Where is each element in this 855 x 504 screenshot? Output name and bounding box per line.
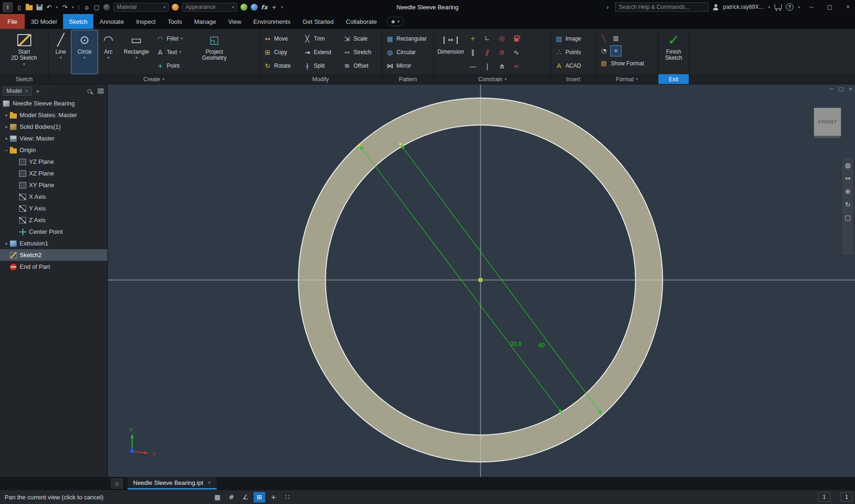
- finish-sketch-button[interactable]: ✓ Finish Sketch: [660, 30, 687, 74]
- close-icon[interactable]: ×: [25, 89, 28, 94]
- symmetric-constraint-icon[interactable]: ⋔: [495, 59, 509, 73]
- browser-item-model-states-master[interactable]: +Model States: Master: [0, 109, 107, 121]
- browser-item-yz-plane[interactable]: YZ Plane: [0, 156, 107, 168]
- app-menu-icon[interactable]: I: [3, 2, 13, 12]
- doc-close-icon[interactable]: ×: [848, 86, 853, 92]
- show-format-button[interactable]: ▤ Show Format: [597, 57, 645, 70]
- snap-grid-icon[interactable]: #: [226, 492, 237, 503]
- parameters-fx-icon[interactable]: fx: [261, 4, 268, 11]
- tool-arc-button[interactable]: ◠Arc▾: [98, 30, 119, 74]
- tab-sketch[interactable]: Sketch: [63, 14, 94, 29]
- tool-copy-button[interactable]: ⊞Copy: [261, 45, 301, 59]
- open-folder-icon[interactable]: [26, 4, 33, 10]
- fix-constraint-icon[interactable]: [509, 31, 523, 45]
- browser-item-xy-plane[interactable]: XY Plane: [0, 179, 107, 191]
- parallel-constraint-icon[interactable]: ∥: [478, 43, 496, 61]
- concentric-constraint-icon[interactable]: ◎: [495, 31, 509, 45]
- smooth-constraint-icon[interactable]: ∿: [509, 45, 523, 59]
- driven-dimension-icon[interactable]: ╲: [599, 33, 609, 43]
- browser-item-x-axis[interactable]: X Axis: [0, 191, 107, 203]
- project-geometry-button[interactable]: ◱ Project Geometry: [195, 30, 234, 74]
- tool-split-button[interactable]: ∤Split: [301, 59, 340, 72]
- browser-item-y-axis[interactable]: Y Axis: [0, 203, 107, 214]
- hamburger-menu-icon[interactable]: [98, 89, 104, 93]
- tab-environments[interactable]: Environments: [247, 14, 297, 29]
- tool-circle-button[interactable]: ⊙Circle▾: [71, 30, 98, 74]
- panel-expand-icon[interactable]: ›: [604, 4, 611, 11]
- browser-item-center-point[interactable]: Center Point: [0, 226, 107, 238]
- tool-offset-button[interactable]: ≋Offset: [340, 59, 380, 72]
- browser-item-xz-plane[interactable]: XZ Plane: [0, 168, 107, 179]
- browser-item-solid-bodies-1[interactable]: +Solid Bodies(1): [0, 121, 107, 133]
- browser-item-sketch2[interactable]: Sketch2: [0, 249, 107, 261]
- tool-text-button[interactable]: AText▾: [154, 45, 195, 59]
- tab-tools[interactable]: Tools: [162, 14, 188, 29]
- tool-mirror-button[interactable]: ⋈Mirror: [383, 59, 429, 72]
- sketch-only-icon[interactable]: ◔: [599, 46, 609, 56]
- vertical-constraint-icon[interactable]: |: [480, 59, 495, 73]
- tool-rotate-button[interactable]: ↻Rotate: [261, 59, 301, 72]
- browser-item-extrusion1[interactable]: +Extrusion1: [0, 238, 107, 249]
- group-label-format[interactable]: Format▾: [596, 74, 658, 84]
- minimize-button[interactable]: ─: [805, 0, 819, 14]
- tool-scale-button[interactable]: ⇲Scale: [340, 32, 380, 45]
- material-adjust-icon[interactable]: [251, 4, 258, 11]
- grid-display-icon[interactable]: ▦: [212, 492, 223, 503]
- appearance-select[interactable]: Appearance ▾: [182, 3, 237, 12]
- angle-readout-icon[interactable]: ∠: [240, 492, 251, 503]
- viewport[interactable]: 33,8 40 Y X FRONT ◍↔⊕↻▢ ─▢×: [108, 84, 855, 477]
- slice-graphics-icon[interactable]: ⊞: [254, 492, 265, 503]
- sketch-scene[interactable]: 33,8 40 Y X: [108, 84, 855, 477]
- tool-rectangle-button[interactable]: ▭Rectangle▾: [119, 30, 154, 74]
- new-file-icon[interactable]: ▯: [16, 4, 22, 11]
- tool-move-button[interactable]: ↔Move: [261, 32, 301, 45]
- collinear-constraint-icon[interactable]: ∥: [466, 45, 480, 59]
- expander-icon[interactable]: −: [3, 147, 10, 153]
- group-label-constrain[interactable]: Constrain▾: [434, 74, 551, 84]
- doc-restore-icon[interactable]: ▢: [838, 86, 843, 92]
- tab-get-started[interactable]: Get Started: [297, 14, 339, 29]
- browser-item-z-axis[interactable]: Z Axis: [0, 214, 107, 226]
- dimension-label[interactable]: 33,8: [510, 341, 522, 347]
- material-sphere-icon[interactable]: [103, 4, 110, 11]
- document-tab[interactable]: Needle Sleeve Bearing.ipt ×: [127, 477, 217, 490]
- expander-icon[interactable]: +: [3, 124, 10, 130]
- start-2d-sketch-button[interactable]: Start 2D Sketch ▾: [4, 30, 45, 74]
- share-view-icon[interactable]: ▢: [93, 4, 100, 11]
- expander-icon[interactable]: +: [3, 112, 10, 118]
- orbit-icon[interactable]: ↻: [845, 201, 851, 208]
- zoom-icon[interactable]: ⊕: [845, 188, 851, 195]
- tool-line-button[interactable]: ╱Line▾: [50, 30, 71, 74]
- tab-manage[interactable]: Manage: [188, 14, 222, 29]
- undo-icon[interactable]: ↶: [46, 4, 52, 11]
- close-icon[interactable]: ×: [208, 480, 211, 485]
- browser-item-needle-sleeve-bearing[interactable]: Needle Sleeve Bearing: [0, 98, 107, 109]
- navigation-wheel-icon[interactable]: ◍: [845, 162, 850, 168]
- precise-input-icon[interactable]: ∷: [282, 492, 293, 503]
- group-label-create[interactable]: Create▾: [49, 74, 259, 84]
- tab-collaborate[interactable]: Collaborate: [340, 14, 383, 29]
- maximize-button[interactable]: ▢: [823, 0, 837, 14]
- pan-icon[interactable]: ↔: [845, 175, 851, 182]
- expander-icon[interactable]: +: [3, 136, 10, 141]
- tab-inspect[interactable]: Inspect: [130, 14, 162, 29]
- add-icon[interactable]: +: [271, 4, 277, 11]
- browser-tab-model[interactable]: Model ×: [3, 87, 32, 96]
- tool-circular-button[interactable]: ◍Circular: [383, 45, 429, 59]
- browser-item-view-master[interactable]: +View: Master: [0, 133, 107, 144]
- tool-rectangular-button[interactable]: ▦Rectangular: [383, 32, 429, 45]
- tangent-constraint-icon[interactable]: ⊘: [495, 45, 509, 59]
- viewcube[interactable]: FRONT: [814, 108, 841, 136]
- expander-icon[interactable]: +: [3, 241, 10, 246]
- redo-caret-icon[interactable]: ▾: [71, 5, 74, 9]
- user-avatar-icon[interactable]: [713, 4, 719, 10]
- qat-caret-icon[interactable]: ▾: [281, 5, 283, 9]
- close-button[interactable]: ×: [841, 0, 855, 14]
- tool-extend-button[interactable]: ⇥Extend: [301, 45, 340, 59]
- redo-icon[interactable]: ↷: [62, 4, 68, 11]
- dimension-button[interactable]: ↔ Dimension: [436, 30, 466, 74]
- construction-geometry-icon[interactable]: ▥: [611, 33, 621, 43]
- tab-3d-model[interactable]: 3D Model: [25, 14, 63, 29]
- home-icon[interactable]: ⌂: [84, 4, 90, 11]
- search-input[interactable]: Search Help & Commands...: [615, 2, 708, 12]
